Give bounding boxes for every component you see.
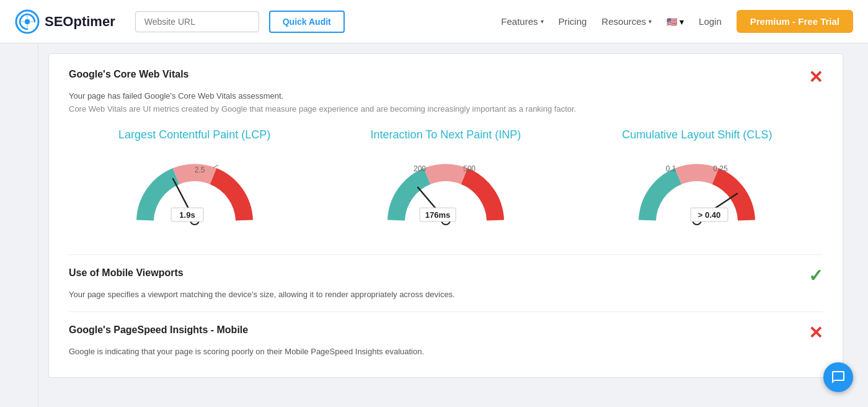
logo-text: SEOptimer bbox=[45, 14, 115, 30]
lcp-svg: 1.9s 2.5 bbox=[126, 149, 263, 236]
nav-resources[interactable]: Resources ▾ bbox=[601, 16, 652, 27]
svg-line-7 bbox=[213, 165, 218, 168]
login-link[interactable]: Login bbox=[699, 16, 722, 27]
lcp-svg-wrap: 1.9s 2.5 bbox=[126, 149, 263, 236]
language-selector[interactable]: 🇺🇸 ▾ bbox=[666, 17, 684, 27]
lcp-title: Largest Contentful Paint (LCP) bbox=[118, 128, 270, 141]
svg-text:0.1: 0.1 bbox=[666, 164, 676, 173]
cls-svg-wrap: > 0.40 0.1 0.25 bbox=[629, 149, 765, 236]
nav-links: Features ▾ Pricing Resources ▾ 🇺🇸 ▾ Logi… bbox=[501, 10, 853, 33]
flag-icon: 🇺🇸 bbox=[666, 17, 677, 27]
mv-status-icon: ✓ bbox=[808, 267, 823, 285]
inp-svg: 176ms 200 500 bbox=[378, 149, 514, 236]
svg-text:2.5: 2.5 bbox=[194, 166, 205, 174]
logo-icon bbox=[15, 9, 40, 34]
right-sidebar bbox=[853, 43, 868, 388]
inp-title: Interaction To Next Paint (INP) bbox=[371, 128, 521, 141]
divider-1 bbox=[69, 254, 823, 255]
svg-text:0.25: 0.25 bbox=[714, 164, 728, 173]
chevron-down-icon-resources: ▾ bbox=[649, 18, 652, 25]
nav-pricing[interactable]: Pricing bbox=[559, 16, 587, 27]
svg-text:> 0.40: > 0.40 bbox=[698, 210, 721, 220]
premium-button[interactable]: Premium - Free Trial bbox=[737, 10, 853, 33]
cls-svg: > 0.40 0.1 0.25 bbox=[629, 149, 765, 236]
divider-2 bbox=[69, 311, 823, 312]
cwv-desc2: Core Web Vitals are UI metrics created b… bbox=[69, 104, 823, 114]
inp-svg-wrap: 176ms 200 500 bbox=[378, 149, 514, 236]
nav-features[interactable]: Features ▾ bbox=[501, 16, 543, 27]
gauges-row: Largest Contentful Paint (LCP) bbox=[69, 128, 823, 236]
svg-text:200: 200 bbox=[414, 164, 426, 173]
cwv-status-icon: ✕ bbox=[808, 69, 823, 86]
chat-icon bbox=[831, 370, 846, 385]
cls-title: Cumulative Layout Shift (CLS) bbox=[622, 128, 772, 141]
quick-audit-button[interactable]: Quick Audit bbox=[269, 11, 345, 33]
mv-desc: Your page specifies a viewport matching … bbox=[69, 290, 823, 299]
chevron-down-icon-lang: ▾ bbox=[680, 17, 684, 27]
chat-bubble[interactable] bbox=[823, 362, 853, 388]
ps-title: Google's PageSpeed Insights - Mobile bbox=[69, 324, 248, 336]
cls-gauge: Cumulative Layout Shift (CLS) > 0.40 0. bbox=[572, 128, 823, 236]
url-input[interactable] bbox=[135, 11, 259, 32]
cwv-desc1: Your page has failed Google's Core Web V… bbox=[69, 91, 823, 101]
inp-gauge: Interaction To Next Paint (INP) 176ms 2 bbox=[320, 128, 571, 236]
mv-header: Use of Mobile Viewports ✓ bbox=[69, 267, 823, 285]
cwv-header: Google's Core Web Vitals ✕ bbox=[69, 69, 823, 86]
pagespeed-mobile-section: Google's PageSpeed Insights - Mobile ✕ G… bbox=[69, 324, 823, 356]
chevron-down-icon: ▾ bbox=[541, 18, 544, 25]
core-web-vitals-card: Google's Core Web Vitals ✕ Your page has… bbox=[48, 53, 843, 378]
navbar: SEOptimer Quick Audit Features ▾ Pricing… bbox=[0, 0, 868, 43]
left-sidebar bbox=[0, 43, 38, 388]
svg-text:176ms: 176ms bbox=[425, 210, 450, 220]
cwv-title: Google's Core Web Vitals bbox=[69, 69, 188, 80]
svg-text:1.9s: 1.9s bbox=[179, 210, 195, 220]
lcp-gauge: Largest Contentful Paint (LCP) bbox=[69, 128, 320, 236]
ps-desc: Google is indicating that your page is s… bbox=[69, 347, 823, 356]
ps-header: Google's PageSpeed Insights - Mobile ✕ bbox=[69, 324, 823, 342]
mv-title: Use of Mobile Viewports bbox=[69, 267, 184, 279]
svg-text:500: 500 bbox=[463, 164, 476, 173]
logo-area: SEOptimer bbox=[15, 9, 115, 34]
mobile-viewports-section: Use of Mobile Viewports ✓ Your page spec… bbox=[69, 267, 823, 299]
ps-status-icon: ✕ bbox=[808, 324, 823, 342]
